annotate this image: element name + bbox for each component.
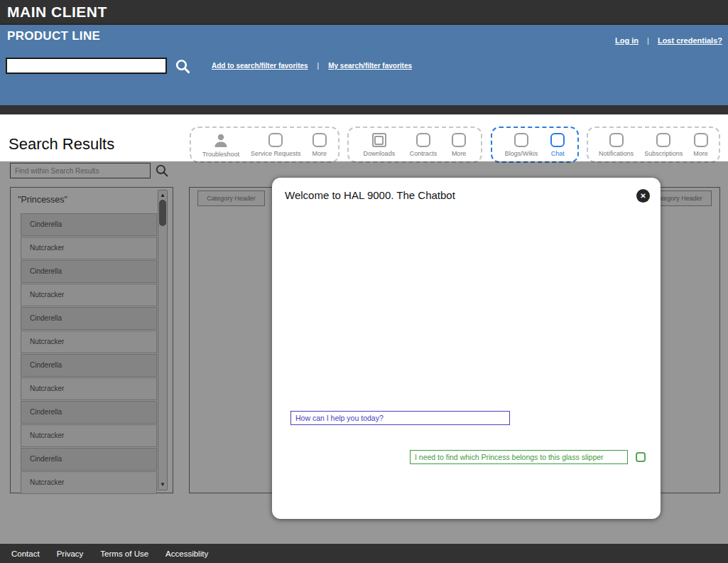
rounded-square-icon [694,133,708,147]
product-band: PRODUCT LINE Log in | Lost credentials? … [0,23,728,105]
global-search-input[interactable] [6,58,167,74]
toolbar-group-support: Troubleshoot Service Requests More [190,127,339,163]
search-icon[interactable] [175,58,191,75]
footer-link-privacy[interactable]: Privacy [57,549,84,558]
rounded-square-icon [452,133,466,147]
close-icon[interactable]: ✕ [636,189,650,203]
footer-bar: Contact Privacy Terms of Use Accessiblit… [0,544,728,563]
footer-link-terms[interactable]: Terms of Use [100,549,148,558]
toolbar-item-label: Downloads [364,150,396,157]
toolbar-item-downloads[interactable]: Downloads [364,133,396,157]
nested-square-icon [372,133,386,147]
toolbar-item-label: Troubleshoot [202,151,239,158]
message-checkbox[interactable] [636,452,646,462]
toolbar-item-chat[interactable]: Chat [550,133,565,157]
toolbar-item-troubleshoot[interactable]: Troubleshoot [202,133,239,158]
toolbar-item-label: More [313,150,327,157]
app-header-bar: MAIN CLIENT [0,0,728,23]
my-favorites-link[interactable]: My search/filter favorites [328,62,412,70]
rounded-square-icon [656,133,670,147]
toolbar-item-contracts[interactable]: Contracts [410,133,438,157]
rounded-square-icon [313,133,327,147]
footer-link-accessibility[interactable]: Accessiblity [165,549,208,558]
toolbar-item-more-3[interactable]: More [693,133,708,157]
chat-square-icon [550,133,565,147]
header-divider-strip [0,105,728,114]
log-in-link[interactable]: Log in [615,36,639,45]
rounded-square-icon [514,133,528,147]
toolbar-item-more-2[interactable]: More [452,133,467,157]
toolbar-group-alerts: Notifications Subscriptions More [587,127,720,163]
toolbar-item-label: Blogs/Wikis [505,150,538,157]
toolbar-item-service-requests[interactable]: Service Requests [251,133,301,157]
footer-link-contact[interactable]: Contact [11,549,40,558]
favorites-separator: | [317,62,320,70]
product-line-title: PRODUCT LINE [7,29,100,43]
toolbar-item-label: Chat [551,150,565,157]
rounded-square-icon [416,133,430,147]
modal-title: Welcome to HAL 9000. The Chatbot [285,189,455,201]
person-icon [213,133,229,148]
page-title: Search Results [9,135,114,154]
rounded-square-icon [609,133,624,147]
lost-credentials-link[interactable]: Lost credentials? [658,36,722,45]
chatbot-modal: Welcome to HAL 9000. The Chatbot ✕ How c… [272,178,661,519]
rounded-square-icon [268,133,283,147]
add-favorites-link[interactable]: Add to search/filter favorites [212,62,308,70]
main-content: Search Results Troubleshoot Service Requ… [0,114,728,544]
toolbar-item-notifications[interactable]: Notifications [599,133,634,157]
toolbar-item-label: More [693,150,708,157]
favorites-links: Add to search/filter favorites | My sear… [212,62,412,70]
user-message: I need to find which Princess belongs to… [410,450,628,464]
login-links: Log in | Lost credentials? [615,36,722,45]
bot-message: How can I help you today? [290,411,510,425]
toolbar-item-label: Subscriptions [644,150,683,157]
toolbar-item-label: Service Requests [251,150,301,157]
toolbar-item-blogs-wikis[interactable]: Blogs/Wikis [505,133,538,157]
app-title: MAIN CLIENT [7,0,107,23]
toolbar-item-more-1[interactable]: More [313,133,327,157]
toolbar-item-label: Contracts [410,150,438,157]
toolbar-group-social: Blogs/Wikis Chat [491,127,579,163]
login-separator: | [647,36,649,45]
toolbar-item-label: More [452,150,467,157]
toolbar-item-subscriptions[interactable]: Subscriptions [644,133,683,157]
toolbar-item-label: Notifications [599,150,634,157]
toolbar-group-documents: Downloads Contracts More [347,127,482,163]
